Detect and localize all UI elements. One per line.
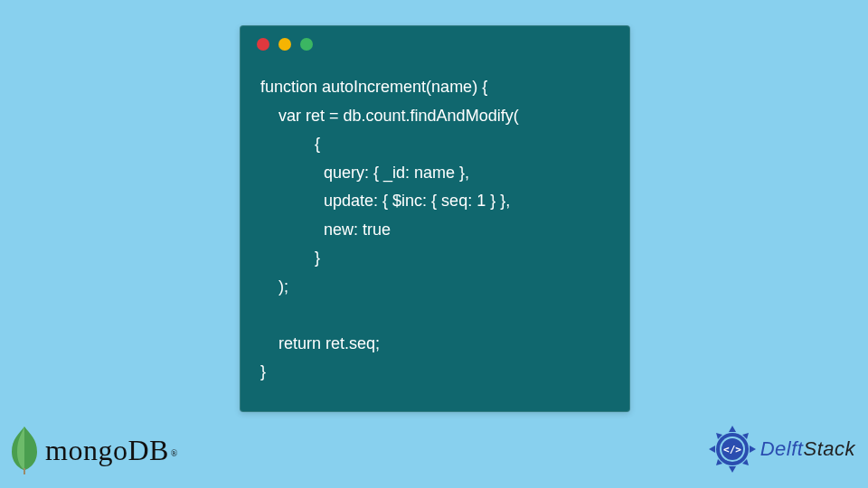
delft-label-part1: Delft <box>760 437 804 460</box>
svg-marker-4 <box>750 446 756 453</box>
registered-mark: ® <box>171 448 178 458</box>
svg-text:</>: </> <box>723 444 741 455</box>
maximize-dot-icon <box>300 38 313 51</box>
mongodb-logo: mongoDB® <box>7 425 176 475</box>
code-block: function autoIncrement(name) { var ret =… <box>241 52 629 405</box>
mongodb-label: mongoDB <box>45 434 169 466</box>
delft-label-part2: Stack <box>803 437 855 460</box>
svg-marker-3 <box>709 446 715 453</box>
delftstack-text: DelftStack <box>760 437 855 461</box>
svg-rect-0 <box>24 468 25 474</box>
svg-marker-2 <box>729 466 736 473</box>
mongodb-text: mongoDB® <box>45 434 176 467</box>
code-window: function autoIncrement(name) { var ret =… <box>240 25 630 412</box>
mongodb-leaf-icon <box>7 425 42 475</box>
window-titlebar <box>241 26 629 52</box>
minimize-dot-icon <box>278 38 291 51</box>
close-dot-icon <box>257 38 269 51</box>
delftstack-gear-icon: </> <box>708 425 757 474</box>
delftstack-logo: </> DelftStack <box>708 425 855 474</box>
svg-marker-1 <box>729 426 736 432</box>
